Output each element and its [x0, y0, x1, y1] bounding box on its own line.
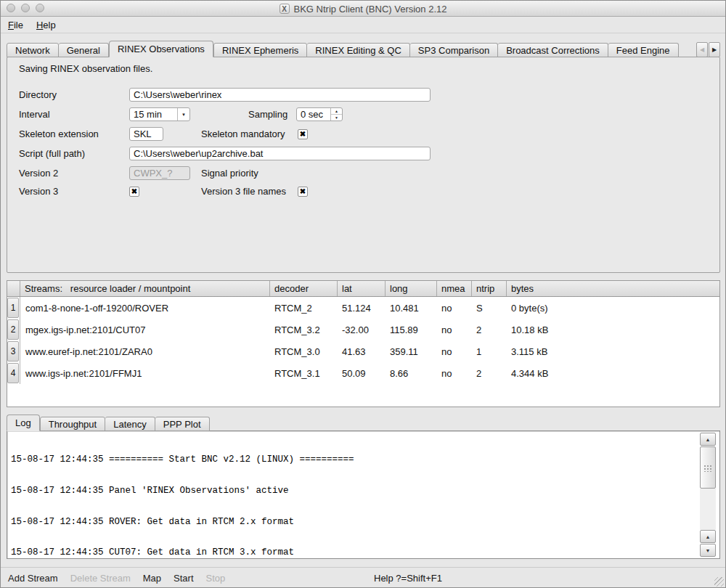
- cell-ntrip[interactable]: S: [472, 297, 507, 319]
- directory-label: Directory: [19, 89, 129, 100]
- col-decoder[interactable]: decoder: [270, 281, 338, 296]
- cell-ntrip[interactable]: 1: [472, 340, 507, 362]
- tab-feed-engine[interactable]: Feed Engine: [608, 43, 679, 57]
- cell-nmea[interactable]: no: [437, 319, 472, 340]
- interval-select[interactable]: 15 min ▼: [129, 107, 190, 121]
- cell-long[interactable]: 115.89: [386, 319, 437, 340]
- version3-filenames-checkbox[interactable]: ✖: [298, 187, 308, 197]
- tab-scroll-right-icon[interactable]: ▶: [709, 42, 720, 57]
- tab-sp3-comparison[interactable]: SP3 Comparison: [410, 43, 498, 57]
- tab-log[interactable]: Log: [7, 415, 40, 431]
- tab-network[interactable]: Network: [7, 43, 59, 57]
- window-title: BKG Ntrip Client (BNC) Version 2.12: [294, 4, 447, 15]
- cell-long[interactable]: 8.66: [386, 362, 437, 384]
- tab-rinex-editing-qc[interactable]: RINEX Editing & QC: [307, 43, 410, 57]
- cell-long[interactable]: 359.11: [386, 340, 437, 362]
- cell-decoder[interactable]: RTCM_3.2: [270, 319, 338, 340]
- col-long[interactable]: long: [386, 281, 437, 296]
- cell-lat[interactable]: -32.00: [338, 319, 386, 340]
- stop-button[interactable]: Stop: [206, 573, 226, 584]
- spin-up-icon[interactable]: ▲: [331, 108, 342, 115]
- tab-general[interactable]: General: [59, 43, 109, 57]
- tab-rinex-observations[interactable]: RINEX Observations: [109, 41, 213, 57]
- scroll-up-icon[interactable]: ▲: [700, 530, 716, 543]
- directory-input[interactable]: [129, 88, 431, 102]
- version3-checkbox[interactable]: ✖: [129, 187, 139, 197]
- col-bytes[interactable]: bytes: [507, 281, 719, 296]
- cell-mountpoint[interactable]: com1-8-none-1-off-19200/ROVER: [20, 297, 270, 319]
- menu-help[interactable]: Help: [36, 20, 56, 30]
- cell-lat[interactable]: 51.124: [338, 297, 386, 319]
- sampling-arrows[interactable]: ▲ ▼: [330, 108, 342, 121]
- add-stream-button[interactable]: Add Stream: [8, 573, 58, 584]
- interval-label: Interval: [19, 109, 129, 120]
- signal-priority-label: Signal priority: [201, 168, 258, 179]
- table-row[interactable]: 2 mgex.igs-ip.net:2101/CUT07 RTCM_3.2 -3…: [7, 319, 719, 340]
- cell-decoder[interactable]: RTCM_3.1: [270, 362, 338, 384]
- scrollbar-track[interactable]: [700, 489, 716, 530]
- cell-bytes[interactable]: 0 byte(s): [507, 297, 719, 319]
- skeleton-mandatory-checkbox[interactable]: ✖: [298, 129, 308, 139]
- table-row[interactable]: 4 www.igs-ip.net:2101/FFMJ1 RTCM_3.1 50.…: [7, 362, 719, 384]
- cell-lat[interactable]: 41.63: [338, 340, 386, 362]
- row-header[interactable]: 2: [7, 319, 19, 340]
- delete-stream-button[interactable]: Delete Stream: [70, 573, 131, 584]
- tab-scroll-left-icon[interactable]: ◀: [696, 42, 708, 57]
- row-header[interactable]: 4: [7, 363, 19, 383]
- scroll-down-icon[interactable]: ▼: [700, 544, 716, 557]
- scrollbar-thumb[interactable]: [700, 446, 716, 489]
- col-ntrip[interactable]: ntrip: [472, 281, 507, 296]
- menubar: File Help: [1, 17, 725, 33]
- panel-hint: Saving RINEX observation files.: [19, 63, 152, 74]
- log-scrollbar[interactable]: ▲ ▲ ▼: [700, 433, 716, 557]
- cell-mountpoint[interactable]: mgex.igs-ip.net:2101/CUT07: [20, 319, 270, 340]
- cell-ntrip[interactable]: 2: [472, 319, 507, 340]
- interval-value: 15 min: [130, 109, 177, 120]
- spin-down-icon[interactable]: ▼: [331, 115, 342, 121]
- col-lat[interactable]: lat: [338, 281, 386, 296]
- cell-nmea[interactable]: no: [437, 297, 472, 319]
- tab-scrollers: ◀ ▶: [696, 42, 720, 57]
- skeleton-extension-input[interactable]: [129, 127, 163, 141]
- map-button[interactable]: Map: [143, 573, 161, 584]
- table-row[interactable]: 3 www.euref-ip.net:2101/ZARA0 RTCM_3.0 4…: [7, 340, 719, 362]
- resize-grip-icon[interactable]: [714, 577, 724, 587]
- tab-broadcast-corrections[interactable]: Broadcast Corrections: [498, 43, 608, 57]
- version3-filenames-label: Version 3 file names: [201, 186, 286, 197]
- cell-mountpoint[interactable]: www.euref-ip.net:2101/ZARA0: [20, 340, 270, 362]
- tab-rinex-ephemeris[interactable]: RINEX Ephemeris: [213, 43, 307, 57]
- cell-decoder[interactable]: RTCM_2: [270, 297, 338, 319]
- version2-label: Version 2: [19, 168, 129, 179]
- tab-latency[interactable]: Latency: [105, 417, 155, 431]
- script-label: Script (full path): [19, 148, 129, 159]
- skeleton-mandatory-label: Skeleton mandatory: [201, 128, 285, 139]
- menu-file[interactable]: File: [8, 20, 23, 30]
- log-line: 15-08-17 12:44:35 CUT07: Get data in RTC…: [11, 547, 698, 557]
- script-input[interactable]: [129, 147, 431, 160]
- row-header[interactable]: 3: [7, 341, 19, 362]
- cell-nmea[interactable]: no: [437, 340, 472, 362]
- cell-lat[interactable]: 50.09: [338, 362, 386, 384]
- interval-row: Interval 15 min ▼ Sampling 0 sec ▲ ▼: [19, 107, 708, 121]
- col-streams[interactable]: Streams: resource loader / mountpoint: [20, 281, 270, 296]
- cell-bytes[interactable]: 3.115 kB: [507, 340, 719, 362]
- cell-bytes[interactable]: 10.18 kB: [507, 319, 719, 340]
- tab-ppp-plot[interactable]: PPP Plot: [155, 417, 210, 431]
- cell-mountpoint[interactable]: www.igs-ip.net:2101/FFMJ1: [20, 362, 270, 384]
- sampling-stepper[interactable]: 0 sec ▲ ▼: [296, 107, 343, 121]
- cell-ntrip[interactable]: 2: [472, 362, 507, 384]
- start-button[interactable]: Start: [174, 573, 193, 584]
- version2-row: Version 2 Signal priority: [19, 166, 708, 180]
- cell-long[interactable]: 10.481: [386, 297, 437, 319]
- cell-bytes[interactable]: 4.344 kB: [507, 362, 719, 384]
- cell-nmea[interactable]: no: [437, 362, 472, 384]
- version3-label: Version 3: [19, 186, 129, 197]
- col-nmea[interactable]: nmea: [437, 281, 472, 296]
- row-header[interactable]: 1: [7, 298, 19, 318]
- table-corner-cell: [7, 281, 20, 296]
- log-line: 15-08-17 12:44:35 ROVER: Get data in RTC…: [11, 517, 698, 527]
- cell-decoder[interactable]: RTCM_3.0: [270, 340, 338, 362]
- table-row[interactable]: 1 com1-8-none-1-off-19200/ROVER RTCM_2 5…: [7, 297, 719, 319]
- scroll-up-icon[interactable]: ▲: [700, 433, 716, 446]
- tab-throughput[interactable]: Throughput: [40, 417, 106, 431]
